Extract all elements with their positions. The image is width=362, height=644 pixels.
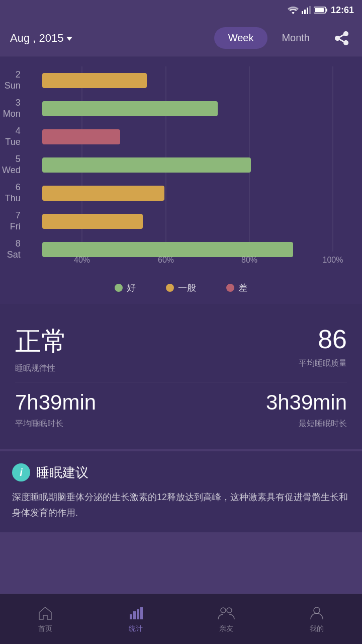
y-label-wed: 5 Wed <box>2 154 21 176</box>
svg-rect-17 <box>137 609 139 619</box>
svg-rect-5 <box>326 9 327 12</box>
svg-rect-0 <box>302 11 303 14</box>
svg-rect-15 <box>130 614 132 619</box>
svg-rect-6 <box>315 8 324 12</box>
nav-stats-label: 统计 <box>129 624 143 633</box>
stat-regularity-value: 正常 <box>15 324 67 359</box>
home-icon <box>37 605 53 621</box>
wifi-icon <box>288 6 299 14</box>
stat-min-duration: 3h39min 最短睡眠时长 <box>266 390 347 429</box>
advice-header: i 睡眠建议 <box>12 463 350 481</box>
legend-dot-good <box>115 284 123 292</box>
y-label-fri: 7 Fri <box>2 210 21 232</box>
legend-label-normal: 一般 <box>178 282 196 294</box>
stat-avg-quality: 86 平均睡眠质量 <box>299 324 347 374</box>
stats-row-1: 正常 睡眠规律性 86 平均睡眠质量 <box>15 316 347 382</box>
nav-home[interactable]: 首页 <box>0 605 90 633</box>
y-label-thu: 6 Thu <box>2 182 21 204</box>
svg-point-21 <box>314 607 320 613</box>
battery-icon <box>314 6 328 14</box>
stats-icon <box>128 605 144 621</box>
nav-profile-label: 我的 <box>310 624 324 633</box>
stat-avg-quality-label: 平均睡眠质量 <box>299 358 347 369</box>
legend-normal: 一般 <box>166 282 196 294</box>
bar-fri <box>42 214 143 229</box>
share-button[interactable] <box>332 28 352 48</box>
nav-profile[interactable]: 我的 <box>272 605 362 633</box>
stat-avg-duration-label: 平均睡眠时长 <box>15 419 96 429</box>
svg-rect-3 <box>309 6 311 14</box>
date-selector[interactable]: Aug , 2015 <box>10 32 206 45</box>
advice-title: 睡眠建议 <box>36 464 88 481</box>
y-label-tue: 4 Tue <box>2 126 21 147</box>
legend-good: 好 <box>115 282 136 294</box>
tab-group: Week Month <box>214 27 324 49</box>
status-icons: 12:61 <box>288 5 354 16</box>
stat-regularity: 正常 睡眠规律性 <box>15 324 67 374</box>
stat-regularity-label: 睡眠规律性 <box>15 363 67 374</box>
bar-thu <box>42 186 164 201</box>
nav-home-label: 首页 <box>38 624 52 633</box>
legend-dot-poor <box>226 284 234 292</box>
stat-min-duration-value: 3h39min <box>266 390 347 415</box>
friends-icon <box>217 605 235 621</box>
y-label-mon: 3 Mon <box>2 98 21 119</box>
stat-avg-duration: 7h39min 平均睡眠时长 <box>15 390 96 429</box>
svg-rect-18 <box>140 607 143 619</box>
chart-legend: 好 一般 差 <box>0 274 362 304</box>
svg-point-20 <box>227 608 232 613</box>
bar-wed <box>42 157 251 173</box>
stats-section: 正常 睡眠规律性 86 平均睡眠质量 7h39min 平均睡眠时长 3h39mi… <box>0 304 362 449</box>
legend-poor: 差 <box>226 282 247 294</box>
nav-friends[interactable]: 亲友 <box>181 605 272 633</box>
advice-text: 深度睡眠期脑垂体分泌的生长激素的12释放达到高峰，这种激素具有促进骨骼生长和身体… <box>12 490 350 520</box>
bar-sun <box>42 73 147 88</box>
svg-text:100%: 100% <box>323 256 343 264</box>
header: Aug , 2015 Week Month <box>0 20 362 56</box>
svg-point-19 <box>221 608 226 613</box>
bar-mon <box>42 101 218 116</box>
y-label-sun: 2 Sun <box>2 69 21 91</box>
chart-section: 2 Sun 3 Mon 4 Tue 5 Wed 6 Thu 7 Fri <box>0 56 362 274</box>
bar-tue <box>42 129 120 144</box>
svg-text:60%: 60% <box>158 256 174 264</box>
bar-chart: 40% 60% 80% 100% <box>40 66 354 264</box>
bottom-nav: 首页 统计 亲友 我的 <box>0 594 362 644</box>
stats-row-2: 7h39min 平均睡眠时长 3h39min 最短睡眠时长 <box>15 382 347 437</box>
svg-rect-2 <box>307 8 308 14</box>
y-label-sat: 8 Sat <box>2 238 21 260</box>
date-arrow-icon <box>66 37 72 41</box>
advice-icon: i <box>12 463 30 481</box>
legend-dot-normal <box>166 284 174 292</box>
date-text: Aug , 2015 <box>10 32 63 45</box>
status-time: 12:61 <box>331 5 354 16</box>
tab-month[interactable]: Month <box>267 27 324 49</box>
stat-avg-quality-value: 86 <box>299 324 347 354</box>
status-bar: 12:61 <box>0 0 362 20</box>
svg-text:80%: 80% <box>241 256 257 264</box>
svg-rect-16 <box>133 611 136 619</box>
svg-rect-1 <box>304 10 306 14</box>
nav-friends-label: 亲友 <box>219 624 233 633</box>
legend-label-poor: 差 <box>238 282 247 294</box>
stat-min-duration-label: 最短睡眠时长 <box>266 419 347 429</box>
svg-text:40%: 40% <box>74 256 90 264</box>
stat-avg-duration-value: 7h39min <box>15 390 96 415</box>
signal-icon <box>302 6 311 14</box>
tab-week[interactable]: Week <box>214 27 268 49</box>
share-icon <box>334 30 350 46</box>
nav-stats[interactable]: 统计 <box>90 605 181 633</box>
bar-sat <box>42 242 293 257</box>
advice-section: i 睡眠建议 深度睡眠期脑垂体分泌的生长激素的12释放达到高峰，这种激素具有促进… <box>0 451 362 532</box>
legend-label-good: 好 <box>127 282 136 294</box>
profile-icon <box>309 605 325 621</box>
